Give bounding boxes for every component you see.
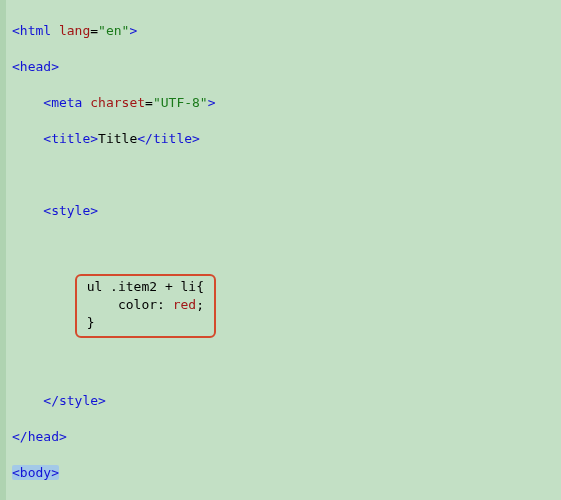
attr-value: "en" [98,23,129,38]
code-line: <title>Title</title> [12,130,243,148]
code-line: <style> [12,202,243,220]
tag: <style> [43,203,98,218]
tag: > [208,95,216,110]
tag: </style> [43,393,106,408]
tag: <head> [12,59,59,74]
indent [12,131,43,146]
attr-name: charset [90,95,145,110]
tag: <meta [43,95,90,110]
code-line: <head> [12,58,243,76]
tag: <title> [43,131,98,146]
code-area: <html lang="en"> <head> <meta charset="U… [6,0,243,500]
css-rule-semi: ; [196,297,204,312]
code-editor: <html lang="en"> <head> <meta charset="U… [0,0,561,500]
highlight-css-block: ul .item2 + li{ color: red; } [12,274,243,338]
text: Title [98,131,137,146]
highlight-box-icon: ul .item2 + li{ color: red; } [75,274,216,338]
op: = [90,23,98,38]
tag-highlighted: <body> [12,465,59,480]
code-line: <body> [12,464,243,482]
blank-line [12,356,243,374]
css-selector: ul .item2 + li{ [87,279,204,294]
code-line: </style> [12,392,243,410]
indent [12,393,43,408]
indent [12,203,43,218]
tag: </head> [12,429,67,444]
tag: </title> [137,131,200,146]
blank-line [12,238,243,256]
tag: > [129,23,137,38]
code-line: <html lang="en"> [12,22,243,40]
css-rule-value: red [173,297,196,312]
attr-value: "UTF-8" [153,95,208,110]
op: = [145,95,153,110]
css-close: } [87,315,95,330]
attr-name: lang [59,23,90,38]
code-line: <meta charset="UTF-8"> [12,94,243,112]
css-rule-prop: color: [87,297,173,312]
code-line: </head> [12,428,243,446]
indent [12,95,43,110]
blank-line [12,166,243,184]
tag: <html [12,23,59,38]
